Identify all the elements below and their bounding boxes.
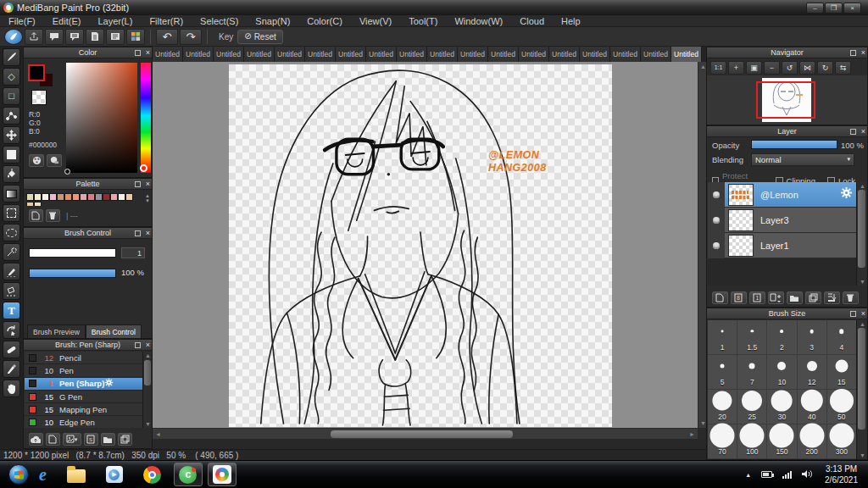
- close-panel-icon[interactable]: ×: [861, 308, 865, 319]
- select-rect-tool[interactable]: [3, 204, 20, 222]
- layer-row[interactable]: Layer3: [708, 208, 858, 233]
- hand-tool[interactable]: [3, 380, 20, 397]
- canvas-tab[interactable]: Untitled: [641, 47, 671, 62]
- navigator-preview[interactable]: [707, 75, 867, 125]
- scroll-down-icon[interactable]: ▼: [860, 452, 865, 458]
- close-panel-icon[interactable]: ×: [861, 126, 865, 136]
- palette-swatch[interactable]: [64, 193, 72, 201]
- menu-item-help[interactable]: Help: [553, 15, 589, 27]
- canvas-tab[interactable]: Untitled: [671, 47, 702, 62]
- canvas-tab[interactable]: Untitled: [458, 47, 488, 62]
- brush-size-cell[interactable]: 10: [767, 355, 797, 390]
- rotate-ccw-icon[interactable]: ↺: [782, 61, 798, 75]
- foreground-color-swatch[interactable]: [28, 64, 45, 81]
- saturation-value-picker[interactable]: [66, 63, 137, 173]
- palette-swatch[interactable]: [26, 193, 34, 201]
- brush-size-cell[interactable]: 12: [798, 355, 827, 390]
- delete-palette-color-icon[interactable]: [46, 209, 60, 222]
- script-brush-icon[interactable]: S: [84, 433, 98, 446]
- hue-cursor[interactable]: [140, 164, 147, 172]
- brush-folder-icon[interactable]: [101, 433, 115, 446]
- hidden-icons-button[interactable]: ▲: [745, 472, 751, 478]
- internet-explorer-icon[interactable]: e: [39, 465, 47, 485]
- color-bar-icon[interactable]: [47, 154, 62, 167]
- fill-rect-tool[interactable]: [3, 146, 20, 164]
- comment-list-icon[interactable]: [65, 29, 84, 45]
- brush-settings-gear-icon[interactable]: [104, 378, 114, 389]
- gradient-tool[interactable]: [3, 185, 20, 202]
- close-panel-icon[interactable]: ×: [146, 340, 150, 350]
- canvas-viewport[interactable]: @LEMON HANG2008: [153, 62, 698, 428]
- scroll-up-icon[interactable]: ▲: [145, 352, 151, 358]
- palette-swatch[interactable]: [87, 193, 95, 201]
- canvas-tab[interactable]: Untitled: [244, 47, 275, 62]
- scroll-left-icon[interactable]: ◄: [155, 431, 161, 437]
- canvas-tab[interactable]: Untitled: [549, 47, 580, 62]
- brush-size-slider[interactable]: [29, 248, 116, 258]
- layer-visibility-toggle[interactable]: [708, 208, 725, 233]
- zoom-out-icon[interactable]: −: [764, 61, 780, 75]
- reset-view-icon[interactable]: ⋈: [799, 61, 815, 75]
- close-panel-icon[interactable]: ×: [146, 47, 150, 58]
- bucket-tool[interactable]: [3, 165, 20, 183]
- brush-size-cell[interactable]: 1: [708, 320, 737, 355]
- pen-tool[interactable]: [3, 360, 20, 378]
- sv-cursor[interactable]: [64, 169, 70, 175]
- clock[interactable]: 3:13 PM 2/6/2021: [825, 463, 858, 485]
- select-eraser-tool[interactable]: [3, 282, 20, 300]
- menu-item-window[interactable]: Window(W): [446, 15, 511, 27]
- brush-size-scrollbar[interactable]: ▲ ▼: [856, 320, 866, 459]
- reset-button[interactable]: ⊘ Reset: [237, 30, 283, 44]
- coccoc-taskbar-button[interactable]: c: [174, 463, 203, 486]
- brush-list-item[interactable]: 1Pen (Sharp): [25, 378, 143, 391]
- canvas[interactable]: @LEMON HANG2008: [229, 64, 612, 427]
- document-settings-icon[interactable]: [106, 29, 125, 45]
- brush-size-cell[interactable]: 5: [708, 355, 737, 390]
- brush-list-scrollbar[interactable]: ▲ ▼: [142, 352, 151, 428]
- brush-size-cell[interactable]: 2: [767, 320, 797, 355]
- brush-size-cell[interactable]: 40: [798, 390, 827, 424]
- brush-size-value[interactable]: 1: [121, 247, 145, 258]
- network-icon[interactable]: [782, 471, 792, 479]
- magic-wand-tool[interactable]: [3, 243, 20, 261]
- canvas-tab[interactable]: Untitled: [183, 47, 214, 62]
- menu-item-edit[interactable]: Edit(E): [44, 15, 90, 27]
- layer-row[interactable]: Layer1: [708, 233, 858, 258]
- brush-opacity-slider[interactable]: [29, 269, 116, 278]
- add-layer-icon[interactable]: [768, 291, 784, 304]
- palette-swatch[interactable]: [42, 193, 49, 201]
- canvas-tab[interactable]: Untitled: [610, 47, 641, 62]
- menu-item-file[interactable]: File(F): [0, 15, 44, 27]
- brush-size-cell[interactable]: 20: [708, 390, 737, 424]
- document-icon[interactable]: [86, 29, 104, 45]
- minimize-button[interactable]: –: [806, 3, 824, 14]
- layer-opacity-slider[interactable]: [751, 140, 837, 149]
- canvas-tab[interactable]: Untitled: [519, 47, 549, 62]
- scroll-up-icon[interactable]: ▲: [860, 183, 865, 189]
- zoom-in-icon[interactable]: +: [728, 61, 744, 75]
- brush-size-cell[interactable]: 30: [767, 390, 797, 424]
- canvas-tab[interactable]: Untitled: [366, 47, 397, 62]
- publish-icon[interactable]: [25, 29, 43, 45]
- cloud-brush-icon[interactable]: [29, 433, 43, 446]
- volume-icon[interactable]: [802, 467, 813, 482]
- restore-button[interactable]: ❐: [825, 3, 843, 14]
- menu-item-color[interactable]: Color(C): [298, 15, 351, 27]
- brush-size-cell[interactable]: 4: [827, 320, 857, 355]
- redo-icon[interactable]: ↷: [180, 29, 202, 45]
- close-panel-icon[interactable]: ×: [861, 47, 865, 58]
- merge-layer-icon[interactable]: [824, 291, 840, 304]
- canvas-tab[interactable]: Untitled: [397, 47, 427, 62]
- brush-size-cell[interactable]: 100: [737, 424, 767, 459]
- menu-item-select[interactable]: Select(S): [192, 15, 247, 27]
- brush-size-cell[interactable]: 15: [827, 355, 857, 390]
- brush-size-cell[interactable]: 7: [737, 355, 767, 390]
- add-palette-color-icon[interactable]: [29, 209, 43, 222]
- palette-swatch[interactable]: [118, 193, 125, 201]
- canvas-tab[interactable]: Untitled: [275, 47, 305, 62]
- brush-size-cell[interactable]: 70: [708, 424, 737, 459]
- transparent-color-swatch[interactable]: [31, 90, 47, 105]
- undo-icon[interactable]: ↶: [156, 29, 178, 45]
- flip-icon[interactable]: ⇆: [835, 61, 851, 75]
- popout-icon[interactable]: [135, 181, 141, 187]
